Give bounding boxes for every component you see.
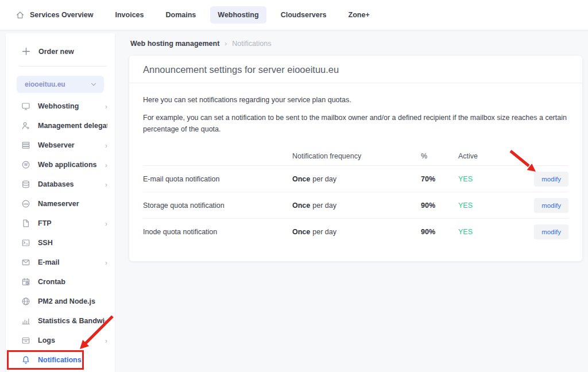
header-frequency: Notification frequency [292, 152, 421, 160]
row-active-status: YES [458, 175, 527, 183]
row-percent: 70% [421, 175, 458, 183]
page-title: Announcement settings for server eiooeit… [143, 64, 568, 75]
announcement-settings-card: Announcement settings for server eiooeit… [129, 56, 582, 261]
table-header-row: Notification frequency % Active [143, 147, 568, 166]
server-select-value: eiooeituu.eu [25, 80, 65, 88]
sidebar-item-label: PM2 and Node.js [38, 297, 107, 305]
sidebar-item-management-delegation[interactable]: Management delegation [6, 116, 115, 135]
globe-icon [21, 297, 30, 306]
sidebar-item-e-mail[interactable]: E-mail › [6, 253, 115, 272]
archive-icon [21, 336, 30, 345]
chevron-right-icon: › [105, 337, 107, 344]
breadcrumb-current: Notifications [232, 40, 271, 48]
sidebar-item-notifications[interactable]: Notifications [6, 350, 115, 370]
breadcrumb-separator: › [225, 40, 227, 48]
sidebar-item-label: Web applications [38, 161, 105, 169]
sidebar-item-databases[interactable]: Databases › [6, 175, 115, 194]
sidebar-item-webhosting[interactable]: Webhosting › [6, 96, 115, 116]
sidebar-item-label: Webhosting [38, 102, 105, 110]
monitor-icon [21, 102, 30, 111]
sidebar-item-label: Nameserver [38, 200, 107, 208]
chevron-right-icon: › [105, 181, 107, 188]
chevron-right-icon: › [105, 259, 107, 266]
sidebar-item-label: Logs [38, 336, 105, 344]
sidebar-item-webserver[interactable]: Webserver › [6, 135, 115, 155]
chevron-down-icon [90, 80, 98, 88]
table-body: E-mail quota notification Onceper day 70… [143, 166, 568, 245]
sidebar-item-label: E-mail [38, 258, 105, 266]
sidebar-item-nameserver[interactable]: DNS Nameserver [6, 194, 115, 214]
chevron-right-icon: › [105, 161, 107, 169]
dns-icon: DNS [21, 199, 30, 208]
breadcrumb: Web hosting management › Notifications [130, 40, 271, 48]
sidebar-item-logs[interactable]: Logs › [6, 331, 115, 350]
nav-item-services-overview[interactable]: Services Overview [8, 6, 101, 24]
row-frequency: Onceper day [292, 175, 421, 183]
database-icon [21, 180, 30, 189]
bar-chart-icon [21, 316, 30, 326]
intro-text-1: Here you can set notifications regarding… [143, 94, 568, 106]
nav-item-label: Domains [166, 11, 196, 19]
terminal-icon [21, 238, 30, 247]
nav-item-domains[interactable]: Domains [158, 6, 204, 24]
table-row: Storage quota notification Onceper day 9… [143, 192, 568, 219]
bell-icon [21, 355, 30, 365]
nav-item-webhosting[interactable]: Webhosting [210, 6, 266, 24]
sidebar-item-label: Management delegation [38, 122, 107, 130]
table-row: Inode quota notification Onceper day 90%… [143, 219, 568, 245]
server-icon [21, 141, 30, 150]
home-icon [16, 10, 25, 20]
divider [20, 66, 107, 67]
row-name: Storage quota notification [143, 202, 292, 210]
row-frequency: Onceper day [292, 202, 421, 210]
chevron-right-icon: › [105, 220, 107, 227]
modify-button[interactable]: modify [534, 172, 568, 187]
nav-item-invoices[interactable]: Invoices [108, 6, 152, 24]
nav-item-cloudservers[interactable]: Cloudservers [273, 6, 334, 24]
order-new-button[interactable]: Order new [6, 33, 115, 66]
sidebar-item-ftp[interactable]: FTP › [6, 214, 115, 233]
card-header: Announcement settings for server eiooeit… [129, 56, 582, 83]
sidebar-item-label: FTP [38, 219, 105, 227]
sidebar-menu: Webhosting › Management delegation Webse… [6, 93, 115, 370]
svg-text:W: W [24, 162, 28, 166]
row-percent: 90% [421, 228, 458, 236]
sidebar-item-pm2-and-node-js[interactable]: PM2 and Node.js [6, 292, 115, 311]
nav-item-label: Cloudservers [281, 11, 327, 19]
header-percent: % [421, 152, 458, 160]
sidebar-item-statistics-bandwidth[interactable]: Statistics & Bandwidth › [6, 311, 115, 331]
chevron-right-icon: › [105, 103, 107, 110]
calendar-clock-icon [21, 277, 30, 286]
sidebar-item-web-applications[interactable]: W Web applications › [6, 155, 115, 175]
modify-button[interactable]: modify [534, 224, 568, 239]
nav-item-label: Services Overview [30, 11, 94, 19]
sidebar-item-crontab[interactable]: Crontab [6, 272, 115, 292]
file-icon [21, 219, 30, 228]
user-plus-icon [21, 121, 30, 130]
table-row: E-mail quota notification Onceper day 70… [143, 166, 568, 192]
nav-item-label: Zone+ [349, 11, 370, 19]
row-name: E-mail quota notification [143, 175, 292, 183]
sidebar-item-label: Crontab [38, 278, 107, 286]
row-percent: 90% [421, 202, 458, 210]
top-nav: Services Overview Invoices Domains Webho… [0, 0, 588, 30]
row-name: Inode quota notification [143, 228, 292, 236]
nav-item-label: Webhosting [218, 11, 258, 19]
card-body: Here you can set notifications regarding… [129, 83, 582, 245]
modify-button[interactable]: modify [534, 198, 568, 213]
header-active: Active [458, 152, 527, 160]
row-active-status: YES [458, 202, 527, 210]
envelope-icon [21, 258, 30, 267]
sidebar-item-label: Statistics & Bandwidth [38, 317, 105, 325]
server-select[interactable]: eiooeituu.eu [17, 76, 104, 93]
chevron-right-icon: › [105, 317, 107, 325]
sidebar-item-ssh[interactable]: SSH [6, 233, 115, 253]
chevron-right-icon: › [105, 142, 107, 149]
nav-item-zone[interactable]: Zone+ [341, 6, 377, 24]
sidebar-item-label: Webserver [38, 141, 105, 149]
plus-icon [21, 46, 31, 56]
sidebar-item-label: Databases [38, 180, 105, 188]
sidebar: Order new eiooeituu.eu Webhosting › Mana… [6, 33, 115, 372]
breadcrumb-section[interactable]: Web hosting management [130, 40, 219, 48]
intro-text-2: For example, you can set a notification … [143, 112, 568, 135]
